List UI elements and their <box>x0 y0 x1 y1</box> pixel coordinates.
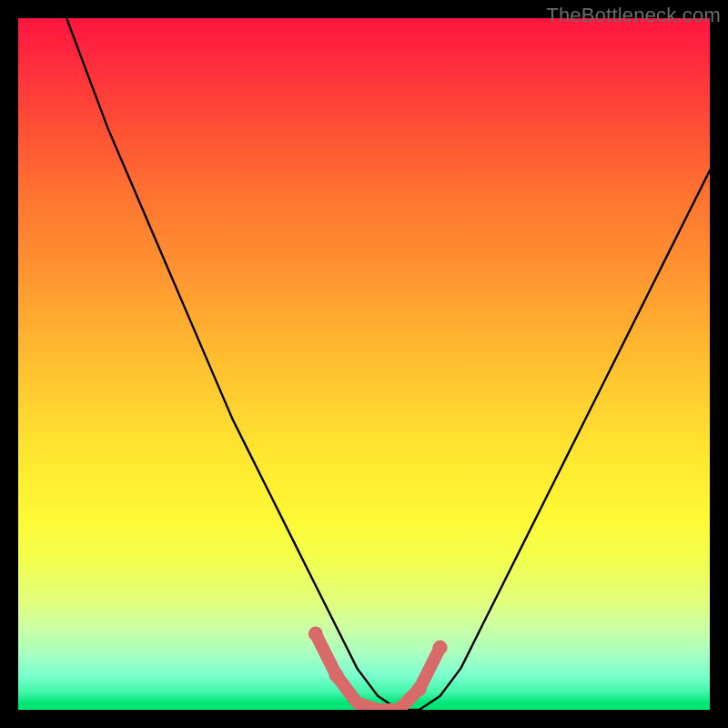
chart-frame: TheBottleneck.com <box>0 0 728 728</box>
highlight-dot <box>308 626 323 641</box>
plot-area <box>18 18 710 710</box>
plot-svg <box>18 18 710 710</box>
bottleneck-curve <box>66 18 710 710</box>
highlight-dot <box>329 668 344 682</box>
highlight-dot <box>412 682 427 696</box>
watermark-text: TheBottleneck.com <box>546 4 721 27</box>
highlight-dot <box>433 641 448 655</box>
